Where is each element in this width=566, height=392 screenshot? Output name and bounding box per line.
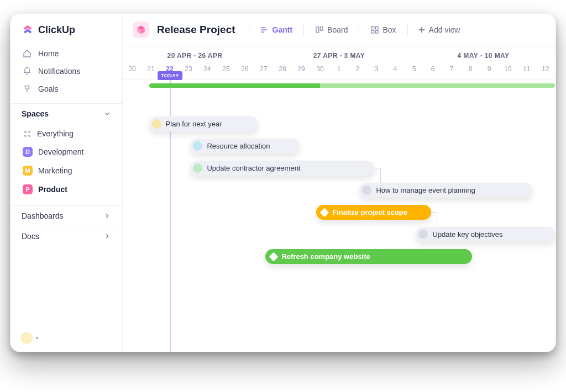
summary-band — [149, 83, 555, 88]
week-label: 20 APR - 26 APR — [123, 52, 267, 60]
gantt-bar-event-planning[interactable]: How to manage event planning — [359, 183, 532, 198]
day-cell: 3 — [367, 63, 386, 80]
gantt-bar-update-objectives[interactable]: Update key objectives — [416, 227, 555, 242]
week-label: 27 APR - 3 MAY — [267, 52, 411, 60]
day-cell: 1 — [329, 63, 348, 80]
docs-link[interactable]: Docs — [11, 226, 122, 246]
space-label: Product — [38, 185, 67, 194]
svg-rect-1 — [320, 27, 323, 31]
day-labels: 2021222324252627282930123456789101112TOD… — [123, 63, 555, 80]
day-cell: 29 — [292, 63, 311, 80]
clickup-logo-icon — [22, 24, 34, 36]
gantt-bar-update-contractor[interactable]: Update contractor agreement — [190, 161, 374, 176]
diamond-icon — [269, 252, 279, 261]
nav-label: Home — [38, 49, 59, 58]
home-icon — [23, 49, 32, 58]
day-cell: 10 — [499, 63, 517, 80]
nav-label: Notifications — [38, 67, 80, 76]
svg-rect-3 — [376, 27, 379, 29]
space-product[interactable]: P Product — [17, 180, 116, 199]
day-cell: 6 — [423, 63, 442, 80]
tab-box[interactable]: Box — [369, 23, 397, 36]
tab-gantt[interactable]: Gantt — [259, 23, 294, 36]
day-cell: 12 — [536, 63, 555, 80]
gantt-chart[interactable]: Plan for next yearResource allocationUpd… — [123, 80, 555, 352]
task-label: Update key objectives — [432, 230, 502, 239]
chevron-down-icon — [103, 110, 111, 118]
status-dot — [362, 186, 371, 195]
spaces-list: Everything D Development M Marketing P P… — [11, 124, 122, 205]
day-cell: 25 — [217, 63, 235, 80]
task-label: Plan for next year — [166, 120, 222, 128]
gantt-bar-resource-alloc[interactable]: Resource allocation — [190, 139, 299, 153]
project-title: Release Project — [157, 24, 235, 36]
user-menu[interactable]: ▾ — [11, 324, 122, 352]
day-cell: 28 — [273, 63, 292, 80]
space-label: Everything — [37, 129, 74, 138]
grid-icon — [370, 25, 379, 34]
day-cell: 8 — [461, 63, 480, 80]
timeline-header: 20 APR - 26 APR 27 APR - 3 MAY 4 MAY - 1… — [123, 46, 555, 80]
space-everything[interactable]: Everything — [17, 125, 116, 142]
bell-icon — [23, 67, 32, 76]
nav-goals[interactable]: Goals — [17, 80, 116, 98]
chevron-right-icon — [103, 232, 111, 240]
today-badge: TODAY — [158, 71, 182, 80]
day-cell: 2 — [348, 63, 367, 80]
day-cell: 26 — [235, 63, 254, 80]
week-labels: 20 APR - 26 APR 27 APR - 3 MAY 4 MAY - 1… — [123, 46, 555, 63]
chevron-right-icon — [103, 212, 111, 220]
plus-icon — [418, 26, 426, 34]
gantt-bar-finalize-scope[interactable]: Finalize project scope — [316, 205, 431, 220]
spaces-header[interactable]: Spaces — [11, 103, 122, 124]
space-development[interactable]: D Development — [17, 142, 116, 161]
task-label: Finalize project scope — [332, 208, 407, 216]
day-cell: 27 — [254, 63, 273, 80]
section-title: Spaces — [22, 109, 49, 118]
svg-rect-5 — [376, 30, 379, 33]
day-cell: 7 — [442, 63, 461, 80]
app-frame: ClickUp Home Notifications Goals Spaces — [10, 13, 556, 352]
avatar — [20, 332, 33, 344]
svg-rect-0 — [316, 27, 319, 33]
box-icon — [136, 25, 146, 35]
task-label: Update contractor agreement — [207, 164, 300, 172]
section-title: Docs — [22, 232, 39, 241]
space-badge: P — [23, 184, 33, 194]
space-marketing[interactable]: M Marketing — [17, 161, 116, 180]
nav-home[interactable]: Home — [17, 45, 116, 62]
status-dot — [193, 163, 202, 173]
brand[interactable]: ClickUp — [11, 14, 122, 43]
primary-nav: Home Notifications Goals — [11, 43, 122, 103]
svg-rect-2 — [371, 27, 374, 29]
day-cell: 9 — [480, 63, 499, 80]
main: Release Project Gantt Board Box Add view — [123, 14, 555, 352]
diamond-icon — [320, 208, 329, 217]
caret-down-icon: ▾ — [36, 336, 38, 341]
status-dot — [152, 119, 161, 129]
add-view-button[interactable]: Add view — [418, 25, 460, 34]
task-label: Resource allocation — [207, 142, 270, 150]
tab-board[interactable]: Board — [314, 23, 349, 36]
nav-label: Goals — [38, 84, 59, 93]
nav-notifications[interactable]: Notifications — [17, 62, 116, 80]
week-label: 4 MAY - 10 MAY — [411, 52, 555, 60]
task-label: Refresh company website — [281, 252, 370, 261]
task-label: How to manage event planning — [376, 186, 475, 194]
space-label: Development — [38, 147, 84, 156]
section-title: Dashboards — [22, 211, 64, 220]
gantt-bar-plan-next-year[interactable]: Plan for next year — [149, 116, 258, 131]
gantt-icon — [260, 25, 269, 34]
day-cell: 5 — [405, 63, 423, 80]
space-label: Marketing — [38, 166, 72, 175]
day-cell: 4 — [386, 63, 405, 80]
gantt-bar-refresh-website[interactable]: Refresh company website — [265, 249, 472, 264]
dashboards-link[interactable]: Dashboards — [11, 205, 122, 226]
brand-name: ClickUp — [38, 24, 75, 36]
space-badge: M — [23, 166, 33, 176]
space-badge: D — [23, 147, 33, 157]
everything-icon — [23, 129, 32, 138]
board-icon — [315, 25, 324, 34]
day-cell: 11 — [517, 63, 536, 80]
day-cell: 30 — [311, 63, 329, 80]
